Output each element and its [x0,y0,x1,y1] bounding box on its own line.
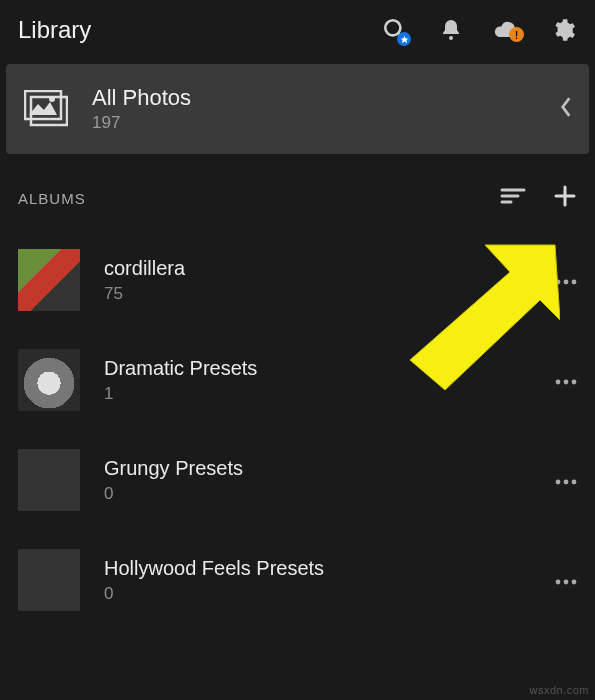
more-icon[interactable] [555,371,577,389]
album-count: 0 [104,584,324,604]
svg-point-20 [564,480,569,485]
album-list: cordillera 75 Dramatic Presets 1 Grungy … [0,220,595,630]
album-row[interactable]: Grungy Presets 0 [0,430,595,530]
more-icon[interactable] [555,471,577,489]
svg-point-14 [564,280,569,285]
all-photos-row[interactable]: All Photos 197 [6,64,589,154]
topbar-icon-group: ! [381,16,577,44]
album-info: Hollywood Feels Presets 0 [104,557,324,604]
album-info: cordillera 75 [104,257,185,304]
svg-point-18 [572,380,577,385]
section-label: ALBUMS [18,190,86,207]
top-bar: Library ! [0,0,595,64]
search-icon[interactable] [381,16,409,44]
svg-point-15 [572,280,577,285]
album-row[interactable]: Hollywood Feels Presets 0 [0,530,595,630]
all-photos-icon [22,88,70,130]
album-count: 0 [104,484,243,504]
all-photos-text: All Photos 197 [92,85,191,133]
album-row[interactable]: cordillera 75 [0,230,595,330]
album-name: cordillera [104,257,185,280]
svg-point-22 [556,580,561,585]
album-count: 75 [104,284,185,304]
svg-point-13 [556,280,561,285]
search-star-badge-icon [397,32,411,46]
album-name: Grungy Presets [104,457,243,480]
svg-point-17 [564,380,569,385]
svg-point-3 [449,36,453,40]
album-name: Hollywood Feels Presets [104,557,324,580]
more-icon[interactable] [555,271,577,289]
album-info: Dramatic Presets 1 [104,357,257,404]
all-photos-count: 197 [92,113,191,133]
album-thumbnail [18,349,80,411]
svg-point-23 [564,580,569,585]
svg-marker-2 [400,35,408,43]
cloud-sync-icon[interactable]: ! [493,16,521,44]
album-row[interactable]: Dramatic Presets 1 [0,330,595,430]
album-info: Grungy Presets 0 [104,457,243,504]
notifications-icon[interactable] [437,16,465,44]
chevron-left-icon [559,96,573,122]
watermark: wsxdn.com [529,684,589,696]
settings-icon[interactable] [549,16,577,44]
cloud-warning-badge-icon: ! [509,27,524,42]
page-title: Library [18,16,91,44]
album-thumbnail [18,249,80,311]
album-thumbnail [18,449,80,511]
sort-icon[interactable] [499,185,527,211]
add-album-icon[interactable] [553,184,577,212]
album-name: Dramatic Presets [104,357,257,380]
all-photos-label: All Photos [92,85,191,111]
svg-point-24 [572,580,577,585]
svg-point-21 [572,480,577,485]
svg-point-16 [556,380,561,385]
album-thumbnail [18,549,80,611]
more-icon[interactable] [555,571,577,589]
svg-point-19 [556,480,561,485]
album-count: 1 [104,384,257,404]
albums-section-header: ALBUMS [0,154,595,220]
